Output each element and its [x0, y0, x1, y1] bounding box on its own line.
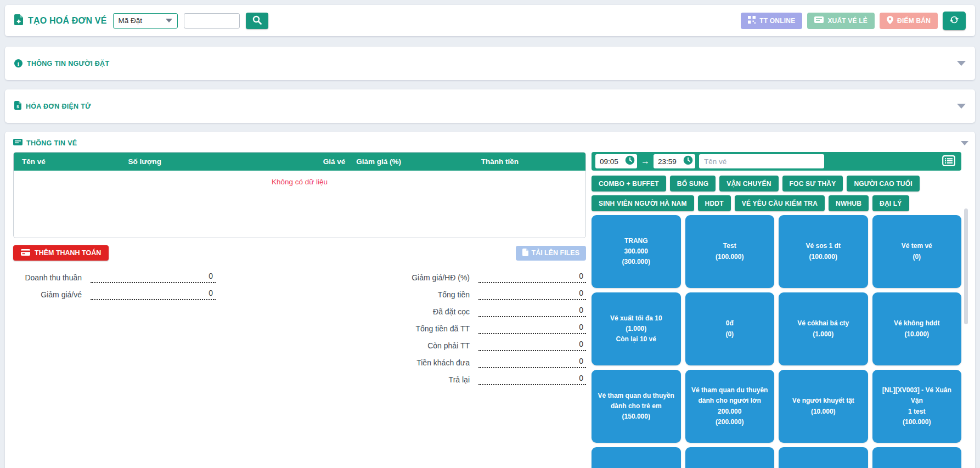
- ticket-tile-partial[interactable]: [592, 447, 681, 468]
- tong-tien-da-tt-field[interactable]: 0: [478, 323, 586, 334]
- e-invoice-title-text: HÓA ĐƠN ĐIỆN TỬ: [26, 103, 91, 110]
- ticket-tile-partial[interactable]: [872, 447, 962, 468]
- create-ticket-invoice-page: TẠO HOÁ ĐƠN VÉ Mã Đặt TT ONLINE X: [0, 5, 980, 468]
- tile-line: 200.000: [718, 407, 741, 417]
- field-row: Còn phải TT 0: [338, 337, 586, 354]
- list-view-toggle-button[interactable]: [940, 155, 958, 168]
- ticket-tile-ve-khong-hddt[interactable]: Vé không hddt (10.000): [872, 292, 962, 365]
- tile-line: (100.000): [809, 252, 837, 262]
- tile-line: (100.000): [716, 252, 744, 262]
- col-gia-ve: Giá vé: [271, 157, 345, 166]
- page-title-text: TẠO HOÁ ĐƠN VÉ: [28, 16, 107, 26]
- tile-line: (150.000): [622, 411, 650, 422]
- ticket-lines-table-body: Không có dữ liệu: [14, 171, 585, 238]
- ticket-category-filters: COMBO + BUFFET BỔ SUNG VẬN CHUYỂN FOC SƯ…: [592, 176, 961, 211]
- tile-line: (10.000): [811, 407, 836, 417]
- tile-line: (1.000): [626, 324, 646, 334]
- category-nguoi-cao-tuoi[interactable]: NGƯỜI CAO TUỔI: [847, 176, 919, 191]
- ticket-lines-table: Tên vé Số lượng Giá vé Giảm giá (%) Thàn…: [13, 152, 586, 238]
- field-row: Giảm giá/vé 0: [13, 286, 233, 303]
- field-label: Đã đặt cọc: [338, 307, 470, 316]
- category-sinh-vien-ha-nam[interactable]: SINH VIÊN NGƯỜI HÀ NAM: [592, 195, 694, 211]
- tile-line: (200.000): [716, 417, 744, 427]
- category-van-chuyen[interactable]: VẬN CHUYỂN: [719, 176, 778, 191]
- ticket-tile-ve-nguoi-khuyet-tat[interactable]: Vé người khuyết tật (10.000): [779, 370, 868, 443]
- upload-files-button[interactable]: TẢI LÊN FILES: [516, 246, 587, 261]
- field-row: Tổng tiền 0: [338, 286, 586, 303]
- time-to-input[interactable]: [655, 157, 679, 166]
- ticket-icon: [814, 16, 824, 25]
- search-icon: [252, 15, 262, 26]
- da-dat-coc-field[interactable]: 0: [478, 306, 586, 317]
- tile-line: 1 test: [908, 407, 925, 417]
- ticket-tile-partial[interactable]: [685, 447, 775, 468]
- svg-text:$: $: [16, 104, 19, 109]
- tt-online-button[interactable]: TT ONLINE: [741, 13, 802, 29]
- ticket-tile-ve-xuat-toi-da-10[interactable]: Vé xuất tối đa 10 (1.000) Còn lại 10 vé: [592, 292, 681, 365]
- search-button[interactable]: [246, 13, 268, 29]
- add-payment-button[interactable]: THÊM THANH TOÁN: [13, 245, 109, 261]
- summary-fields: Doanh thu thuần 0 Giảm giá/vé 0 Giảm giá…: [13, 269, 586, 388]
- category-nwhub[interactable]: NWHUB: [829, 195, 869, 211]
- time-from-input[interactable]: [596, 157, 621, 166]
- search-type-select[interactable]: Mã Đặt: [113, 13, 178, 29]
- category-foc-su-thay[interactable]: FOC SƯ THẦY: [782, 176, 843, 191]
- category-bo-sung[interactable]: BỔ SUNG: [670, 176, 716, 191]
- ticket-tile-partial[interactable]: [779, 447, 868, 468]
- ticket-tile-0d[interactable]: 0đ (0): [685, 292, 775, 365]
- tile-line: dành cho trẻ em: [611, 401, 662, 411]
- tile-line: Vé tham quan du thuyền: [691, 385, 768, 396]
- tien-khach-dua-field[interactable]: 0: [478, 357, 586, 368]
- category-dai-ly[interactable]: ĐẠI LÝ: [872, 195, 909, 211]
- tong-tien-field[interactable]: 0: [478, 289, 586, 300]
- invoice-icon: $: [14, 101, 21, 111]
- tile-line: Vé tham quan du thuyền: [598, 391, 674, 401]
- ticket-tile-du-thuyen-nguoi-lon[interactable]: Vé tham quan du thuyền dành cho người lớ…: [685, 370, 775, 443]
- tile-grid-scrollbar[interactable]: [964, 208, 968, 324]
- ticket-tile-nl-xv003-xuan-van[interactable]: [NL][XV003] - Vé Xuân Vận 1 test (100.00…: [872, 370, 962, 443]
- e-invoice-collapse-chevron-icon[interactable]: [957, 104, 966, 109]
- col-so-luong: Số lượng: [128, 157, 271, 166]
- buyer-info-collapse-chevron-icon[interactable]: [957, 61, 966, 66]
- time-from-box: [595, 154, 637, 168]
- category-combo-buffet[interactable]: COMBO + BUFFET: [592, 176, 666, 191]
- tra-lai-field[interactable]: 0: [478, 374, 586, 385]
- giam-gia-ve-field[interactable]: 0: [91, 289, 216, 300]
- category-hddt[interactable]: HDDT: [698, 195, 731, 211]
- ticket-tile-test[interactable]: Test (100.000): [685, 215, 775, 288]
- ticket-info-body: Tên vé Số lượng Giá vé Giảm giá (%) Thàn…: [13, 152, 968, 468]
- file-plus-icon: [14, 14, 23, 27]
- field-row: Đã đặt cọc 0: [338, 303, 586, 320]
- field-label: Tổng tiền đã TT: [338, 324, 470, 333]
- ticket-tile-ve-tem-ve[interactable]: Vé tem vé (0): [872, 215, 962, 288]
- diem-ban-button[interactable]: ĐIỂM BÁN: [880, 13, 938, 29]
- ticket-info-title-text: THÔNG TIN VÉ: [26, 139, 77, 147]
- ticket-info-collapse-chevron-icon[interactable]: [961, 141, 968, 145]
- doanh-thu-thuan-field[interactable]: 0: [91, 272, 216, 283]
- ticket-tile-trang[interactable]: TRANG 300.000 (300.000): [592, 215, 681, 288]
- tile-line: (1.000): [813, 329, 833, 340]
- ticket-tile-ve-cokhai-ba-cty[interactable]: Vé cókhai bá cty (1.000): [779, 292, 868, 365]
- xuat-ve-le-button[interactable]: XUẤT VÉ LẺ: [807, 13, 875, 29]
- clock-icon[interactable]: [625, 155, 635, 167]
- buyer-info-title: i THÔNG TIN NGƯỜI ĐẶT: [14, 59, 109, 67]
- field-label: Trả lại: [338, 375, 470, 384]
- chevron-down-icon: [166, 19, 172, 22]
- booking-code-input[interactable]: [184, 13, 240, 29]
- refresh-button[interactable]: [943, 12, 966, 30]
- invoice-left-column: Tên vé Số lượng Giá vé Giảm giá (%) Thàn…: [13, 152, 586, 468]
- list-view-icon: [942, 155, 955, 168]
- con-phai-tt-field[interactable]: 0: [478, 340, 586, 351]
- file-icon: [522, 249, 528, 258]
- ticket-tile-ve-sos-1-dt[interactable]: Vé sos 1 dt (100.000): [779, 215, 868, 288]
- clock-icon[interactable]: [683, 155, 693, 167]
- ticket-name-search-input[interactable]: [699, 154, 824, 168]
- category-ve-yeu-cau-kiem-tra[interactable]: VÉ YÊU CẦU KIỂM TRA: [735, 195, 825, 211]
- giam-gia-hd-field[interactable]: 0: [478, 272, 586, 283]
- ticket-tile-du-thuyen-tre-em[interactable]: Vé tham quan du thuyền dành cho trẻ em (…: [592, 370, 681, 443]
- tile-line: (0): [913, 252, 921, 262]
- time-to-box: [654, 154, 695, 168]
- summary-fields-left: Doanh thu thuần 0 Giảm giá/vé 0: [13, 269, 233, 388]
- tile-line: Vé cókhai bá cty: [797, 318, 849, 329]
- buyer-info-title-text: THÔNG TIN NGƯỜI ĐẶT: [27, 60, 109, 67]
